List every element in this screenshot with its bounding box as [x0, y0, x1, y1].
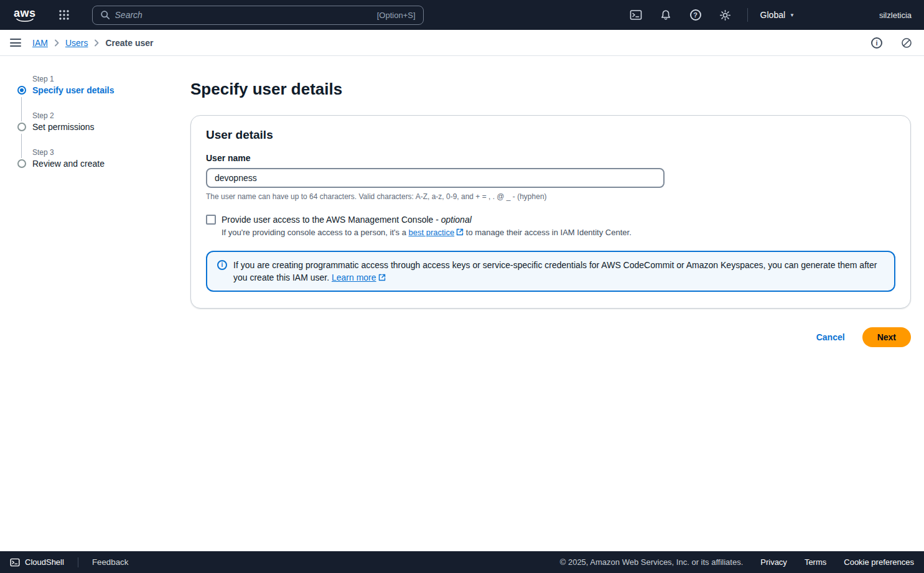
breadcrumb-bar: IAM Users Create user i — [0, 30, 924, 56]
chevron-down-icon: ▼ — [790, 12, 795, 18]
circle-slash-icon — [901, 37, 912, 49]
search-shortcut-hint: [Option+S] — [377, 11, 416, 20]
aws-logo-smile-icon — [16, 18, 34, 23]
step-2-number: Step 2 — [32, 111, 190, 120]
breadcrumb-link-iam[interactable]: IAM — [32, 38, 48, 48]
cloudshell-button[interactable] — [623, 2, 649, 27]
step-2-set-permissions[interactable]: Step 2 Set permissions — [17, 111, 190, 148]
wizard-actions: Cancel Next — [190, 327, 911, 347]
footer-link-terms[interactable]: Terms — [805, 557, 826, 567]
step-1-label: Specify user details — [32, 85, 190, 95]
step-3-label: Review and create — [32, 159, 190, 169]
best-practice-link[interactable]: best practice — [409, 228, 455, 237]
account-menu-button[interactable]: silzleticia — [877, 11, 914, 20]
gear-icon — [719, 9, 731, 21]
user-name-label: User name — [206, 153, 895, 163]
divider — [747, 8, 748, 22]
step-2-radio-icon — [17, 123, 26, 131]
console-access-label: Provide user access to the AWS Managemen… — [222, 215, 472, 225]
notifications-button[interactable] — [653, 2, 679, 27]
console-access-help-prefix: If you're providing console access to a … — [222, 228, 409, 237]
services-menu-button[interactable] — [51, 2, 77, 27]
apps-grid-icon — [58, 9, 70, 21]
main-panel: Specify user details User details User n… — [190, 56, 924, 347]
wizard-steps: Step 1 Specify user details Step 2 Set p… — [0, 56, 190, 185]
question-mark-icon: ? — [690, 9, 701, 21]
footer-link-cookie-preferences[interactable]: Cookie preferences — [844, 557, 914, 567]
step-1-radio-icon — [17, 86, 26, 95]
search-input[interactable] — [115, 10, 372, 20]
step-3-number: Step 3 — [32, 148, 190, 157]
aws-logo-text: aws — [14, 8, 36, 18]
topnav-right-group: ? Global ▼ silzleticia — [623, 2, 914, 27]
cancel-button[interactable]: Cancel — [816, 332, 845, 342]
region-selector[interactable]: Global ▼ — [757, 10, 798, 20]
card-heading: User details — [206, 128, 895, 142]
user-name-help-text: The user name can have up to 64 characte… — [206, 192, 895, 201]
copyright-text: © 2025, Amazon Web Services, Inc. or its… — [560, 557, 744, 567]
footer-link-privacy[interactable]: Privacy — [760, 557, 787, 567]
external-link-icon — [456, 228, 464, 236]
cloudshell-toggle[interactable]: CloudShell — [10, 557, 64, 567]
top-navigation-bar: aws [Option+S] ? Global ▼ silzleticia — [0, 0, 924, 30]
external-link-icon — [378, 274, 386, 281]
step-3-radio-icon — [17, 159, 26, 168]
bell-icon — [660, 9, 671, 21]
optional-text: optional — [441, 215, 472, 225]
breadcrumb: IAM Users Create user — [32, 38, 154, 48]
breadcrumb-right-group: i — [869, 35, 914, 50]
page-title: Specify user details — [190, 80, 911, 99]
search-bar[interactable]: [Option+S] — [92, 6, 424, 25]
step-1-number: Step 1 — [32, 75, 190, 83]
step-3-review-and-create[interactable]: Step 3 Review and create — [17, 148, 190, 185]
learn-more-link[interactable]: Learn more — [332, 273, 376, 282]
side-menu-toggle-icon[interactable] — [10, 39, 21, 47]
terminal-icon — [630, 9, 642, 21]
terminal-icon — [10, 557, 20, 567]
user-details-card: User details User name The user name can… — [190, 115, 911, 309]
info-icon: i — [217, 260, 227, 270]
info-icon: i — [871, 37, 882, 49]
breadcrumb-current: Create user — [105, 38, 153, 48]
footer-right-group: © 2025, Amazon Web Services, Inc. or its… — [560, 557, 914, 567]
console-footer: CloudShell Feedback © 2025, Amazon Web S… — [0, 551, 924, 573]
breadcrumb-link-users[interactable]: Users — [65, 38, 88, 48]
user-name-input[interactable] — [206, 168, 665, 188]
search-icon — [100, 10, 110, 20]
step-2-label: Set permissions — [32, 122, 190, 132]
chevron-right-icon — [54, 39, 59, 47]
aws-logo[interactable]: aws — [10, 7, 42, 23]
chevron-right-icon — [94, 39, 99, 47]
info-panel-button[interactable]: i — [869, 35, 884, 50]
region-label: Global — [760, 10, 785, 20]
help-button[interactable]: ? — [683, 2, 709, 27]
next-button[interactable]: Next — [862, 327, 911, 347]
info-alert-content: If you are creating programmatic access … — [233, 259, 884, 284]
console-access-checkbox[interactable] — [206, 215, 216, 225]
cloudshell-label: CloudShell — [25, 557, 64, 567]
notifications-status-button[interactable] — [899, 35, 914, 50]
console-access-row: Provide user access to the AWS Managemen… — [206, 215, 895, 225]
divider — [78, 557, 78, 567]
step-1-specify-user-details[interactable]: Step 1 Specify user details — [17, 75, 190, 111]
console-access-help-suffix: to manage their access in IAM Identity C… — [464, 228, 632, 237]
settings-button[interactable] — [712, 2, 739, 27]
info-alert-text: If you are creating programmatic access … — [233, 260, 877, 282]
console-access-help: If you're providing console access to a … — [222, 228, 895, 237]
feedback-button[interactable]: Feedback — [92, 557, 129, 567]
info-alert: i If you are creating programmatic acces… — [206, 251, 895, 292]
content-area: Step 1 Specify user details Step 2 Set p… — [0, 56, 924, 551]
